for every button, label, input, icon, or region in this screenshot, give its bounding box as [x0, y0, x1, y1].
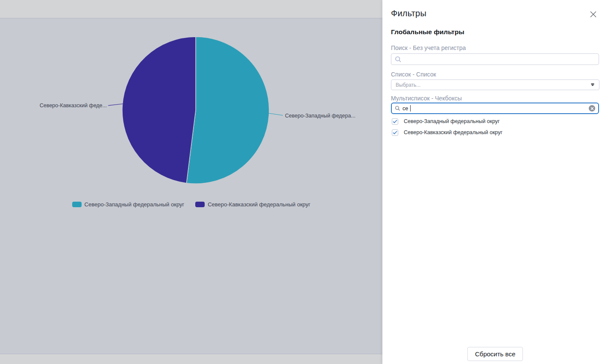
- pie-slice[interactable]: [186, 37, 269, 184]
- option-label: Северо-Западный федеральный округ: [404, 118, 500, 124]
- multi-option-row[interactable]: Северо-Кавказский федеральный округ: [392, 129, 597, 136]
- clear-icon[interactable]: [589, 105, 595, 112]
- legend-swatch-icon: [72, 202, 82, 207]
- pie-slice[interactable]: [122, 37, 196, 183]
- select-placeholder: Выбрать...: [396, 82, 420, 88]
- close-icon[interactable]: [589, 10, 597, 18]
- pie-callout-label: Северо-Кавказский феде...: [26, 103, 107, 109]
- checkmark-icon: [393, 120, 397, 123]
- pie-slices: [122, 37, 269, 184]
- multi-option-row[interactable]: Северо-Западный федеральный округ: [392, 118, 597, 125]
- checkbox-checked[interactable]: [392, 129, 398, 136]
- checkbox-checked[interactable]: [392, 118, 398, 125]
- section-title: Глобальные фильтры: [391, 28, 464, 36]
- filters-panel: Фильтры Глобальные фильтры Поиск - Без у…: [382, 0, 608, 364]
- legend-label: Северо-Кавказский федеральный округ: [208, 201, 310, 208]
- multi-search-value: се: [402, 106, 408, 112]
- pie-callout-label: Северо-Западный федера...: [285, 113, 355, 119]
- chevron-down-icon: [590, 83, 595, 86]
- search-icon: [395, 106, 400, 111]
- search-input[interactable]: [391, 53, 599, 65]
- legend-item[interactable]: Северо-Кавказский федеральный округ: [195, 201, 310, 208]
- callout-line-left: [108, 104, 123, 106]
- filter-label-search: Поиск - Без учета регистра: [391, 44, 466, 51]
- text-caret: [410, 105, 411, 112]
- screen: Северо-Кавказский феде... Северо-Западны…: [0, 0, 608, 364]
- legend-swatch-icon: [195, 202, 205, 207]
- filter-label-list: Список - Список: [391, 71, 436, 78]
- panel-title: Фильтры: [391, 9, 426, 18]
- checkmark-icon: [393, 131, 397, 135]
- callout-line-right: [268, 113, 283, 115]
- option-label: Северо-Кавказский федеральный округ: [404, 129, 502, 135]
- legend-item[interactable]: Северо-Западный федеральный округ: [72, 201, 185, 208]
- multi-search-input[interactable]: се: [391, 103, 599, 114]
- filter-label-multi: Мультисписок - Чекбоксы: [391, 95, 462, 102]
- legend: Северо-Западный федеральный округ Северо…: [0, 201, 382, 208]
- search-icon: [395, 56, 402, 63]
- legend-label: Северо-Западный федеральный округ: [85, 201, 185, 208]
- reset-all-button[interactable]: Сбросить все: [467, 347, 523, 361]
- list-select[interactable]: Выбрать...: [391, 79, 599, 90]
